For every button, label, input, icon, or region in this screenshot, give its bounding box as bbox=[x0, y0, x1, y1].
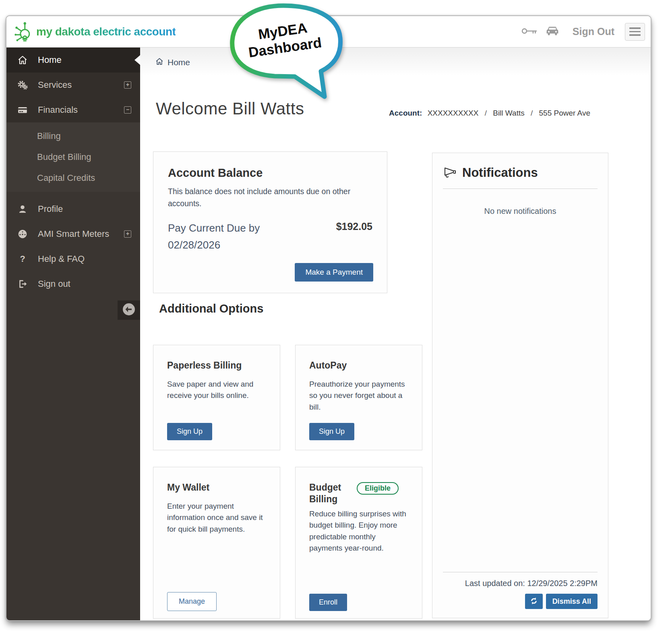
account-balance-description: This balance does not include amounts du… bbox=[168, 185, 369, 209]
my-wallet-card: My Wallet Enter your payment information… bbox=[153, 467, 280, 619]
account-address: 555 Power Ave bbox=[539, 109, 590, 117]
paperless-sign-up-button[interactable]: Sign Up bbox=[167, 423, 212, 440]
autopay-card: AutoPay Preauthorize your payments so yo… bbox=[295, 345, 422, 450]
account-meta: Account: XXXXXXXXXX / Bill Watts / 555 P… bbox=[389, 109, 590, 118]
page: my dakota electric account bbox=[0, 0, 672, 638]
svg-text:?: ? bbox=[20, 254, 25, 264]
sidebar-secondary-group: Profile bbox=[6, 197, 140, 296]
sidebar-item-profile[interactable]: Profile bbox=[6, 197, 140, 222]
home-icon bbox=[17, 55, 29, 65]
breadcrumb-label: Home bbox=[167, 58, 190, 67]
card-text: Reduce billing surprises with budget bil… bbox=[309, 508, 408, 554]
arrow-left-circle-icon bbox=[122, 302, 136, 318]
notifications-title: Notifications bbox=[462, 166, 538, 180]
additional-options-heading: Additional Options bbox=[159, 302, 263, 315]
sidebar-item-services[interactable]: Services + bbox=[6, 72, 140, 97]
vehicle-icon[interactable] bbox=[545, 25, 560, 38]
sidebar: Home Services + bbox=[6, 48, 140, 620]
notifications-empty-text: No new notifications bbox=[432, 207, 608, 216]
sidebar-item-home[interactable]: Home bbox=[6, 48, 140, 72]
sidebar-item-label: Help & FAQ bbox=[38, 254, 85, 264]
sidebar-item-label: AMI Smart Meters bbox=[38, 229, 109, 239]
meter-gauge-icon bbox=[17, 229, 29, 239]
sidebar-item-help-faq[interactable]: ? Help & FAQ bbox=[6, 246, 140, 271]
account-balance-title: Account Balance bbox=[168, 166, 372, 180]
person-icon bbox=[17, 204, 29, 214]
app-logo[interactable]: my dakota electric account bbox=[14, 19, 176, 44]
notifications-header: Notifications bbox=[432, 153, 608, 180]
account-balance-card: Account Balance This balance does not in… bbox=[153, 151, 387, 293]
make-payment-button[interactable]: Make a Payment bbox=[295, 263, 373, 282]
eligible-badge: Eligible bbox=[357, 482, 399, 495]
logo-text: my dakota electric account bbox=[36, 25, 176, 38]
collapse-minus-icon: − bbox=[124, 106, 131, 114]
expand-plus-icon: + bbox=[124, 81, 131, 89]
sidebar-item-financials[interactable]: Financials − bbox=[6, 97, 140, 122]
breadcrumb-home-icon bbox=[155, 57, 164, 68]
sidebar-collapse-row bbox=[6, 300, 140, 320]
enroll-button[interactable]: Enroll bbox=[309, 594, 347, 611]
divider bbox=[443, 188, 598, 189]
sidebar-item-label: Financials bbox=[38, 105, 78, 115]
account-number: XXXXXXXXXX bbox=[428, 109, 479, 117]
paperless-billing-card: Paperless Billing Save paper and view an… bbox=[153, 345, 280, 450]
card-title: My Wallet bbox=[167, 482, 266, 493]
sidebar-item-budget-billing[interactable]: Budget Billing bbox=[6, 147, 140, 168]
expand-plus-icon: + bbox=[124, 230, 131, 238]
last-updated-text: Last updated on: 12/29/2025 2:29PM bbox=[443, 579, 598, 588]
sidebar-item-label: Services bbox=[38, 80, 72, 90]
sidebar-item-billing[interactable]: Billing bbox=[6, 126, 140, 147]
sidebar-item-label: Budget Billing bbox=[37, 152, 91, 162]
megaphone-icon bbox=[443, 165, 459, 180]
main-content: Home Welcome Bill Watts Account: XXXXXXX… bbox=[140, 48, 651, 620]
lightbulb-logo-icon bbox=[14, 19, 33, 44]
sidebar-item-capital-credits[interactable]: Capital Credits bbox=[6, 168, 140, 188]
due-row: Pay Current Due by 02/28/2026 $192.05 bbox=[168, 220, 372, 253]
sidebar-item-label: Capital Credits bbox=[37, 173, 95, 183]
credit-card-icon bbox=[17, 105, 29, 115]
sidebar-item-label: Billing bbox=[37, 131, 61, 141]
spacer bbox=[432, 216, 608, 564]
separator: / bbox=[485, 109, 487, 117]
budget-billing-card: Budget Billing Eligible Reduce billing s… bbox=[295, 467, 422, 619]
top-right-controls: Sign Out bbox=[521, 23, 645, 41]
account-name: Bill Watts bbox=[493, 109, 524, 117]
notifications-footer-buttons: Dismiss All bbox=[443, 594, 598, 609]
refresh-icon bbox=[530, 597, 538, 606]
financials-submenu: Billing Budget Billing Capital Credits bbox=[6, 122, 140, 192]
refresh-button[interactable] bbox=[525, 594, 543, 609]
sidebar-item-label: Profile bbox=[38, 204, 63, 214]
sign-out-link[interactable]: Sign Out bbox=[573, 26, 614, 37]
autopay-sign-up-button[interactable]: Sign Up bbox=[309, 423, 354, 440]
sidebar-collapse-button[interactable] bbox=[118, 300, 140, 320]
question-mark-icon: ? bbox=[17, 254, 29, 264]
card-title: Paperless Billing bbox=[167, 360, 266, 371]
due-label: Pay Current Due by 02/28/2026 bbox=[168, 220, 293, 253]
card-text: Save paper and view and receive your bil… bbox=[167, 379, 266, 402]
breadcrumb[interactable]: Home bbox=[155, 57, 190, 68]
card-text: Enter your payment information once and … bbox=[167, 501, 266, 535]
page-title: Welcome Bill Watts bbox=[156, 99, 304, 118]
budget-title-row: Budget Billing Eligible bbox=[309, 482, 408, 505]
dismiss-all-button[interactable]: Dismiss All bbox=[546, 594, 598, 609]
sidebar-item-ami-smart-meters[interactable]: AMI Smart Meters + bbox=[6, 222, 140, 246]
sidebar-item-label: Home bbox=[38, 55, 62, 65]
notifications-footer: Last updated on: 12/29/2025 2:29PM bbox=[432, 572, 608, 618]
sign-out-icon bbox=[17, 279, 29, 289]
top-bar: my dakota electric account bbox=[6, 16, 651, 48]
card-title: AutoPay bbox=[309, 360, 408, 371]
card-text: Preauthorize your payments so you never … bbox=[309, 379, 408, 413]
manage-wallet-button[interactable]: Manage bbox=[167, 592, 217, 611]
sidebar-item-label: Sign out bbox=[38, 279, 70, 289]
hamburger-menu-button[interactable] bbox=[625, 23, 645, 41]
sidebar-item-sign-out[interactable]: Sign out bbox=[6, 271, 140, 296]
app-window: my dakota electric account bbox=[6, 15, 651, 621]
notifications-panel: Notifications No new notifications Last … bbox=[432, 153, 608, 618]
sidebar-main-group: Home Services + bbox=[6, 48, 140, 192]
balance-amount: $192.05 bbox=[336, 221, 372, 232]
account-label: Account: bbox=[389, 109, 422, 117]
gears-icon bbox=[17, 80, 29, 90]
separator: / bbox=[531, 109, 533, 117]
body-row: Home Services + bbox=[6, 48, 651, 620]
key-icon[interactable] bbox=[521, 26, 538, 37]
